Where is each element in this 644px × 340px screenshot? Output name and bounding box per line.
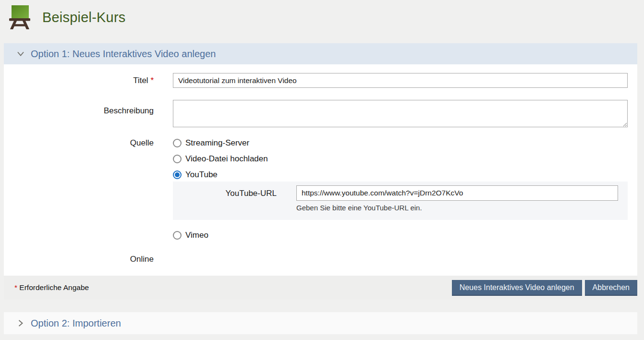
beschreibung-label: Beschreibung bbox=[4, 100, 173, 115]
titel-row: Titel * bbox=[4, 73, 628, 88]
radio-option-label: YouTube bbox=[185, 170, 218, 180]
submit-button[interactable]: Neues Interaktives Video anlegen bbox=[452, 280, 582, 296]
online-row: Online bbox=[4, 255, 628, 264]
titel-input[interactable] bbox=[173, 73, 628, 88]
youtube-url-hint: Geben Sie bitte eine YouTube-URL ein. bbox=[296, 204, 628, 212]
required-note-text: Erforderliche Angabe bbox=[19, 283, 89, 291]
chevron-down-icon bbox=[16, 49, 25, 59]
radio-option-label: Streaming-Server bbox=[185, 138, 249, 148]
required-asterisk: * bbox=[14, 283, 17, 291]
titel-label: Titel * bbox=[4, 76, 173, 85]
section-option1-label: Option 1: Neues Interaktives Video anleg… bbox=[31, 49, 216, 60]
radio-option-label: Video-Datei hochladen bbox=[185, 154, 268, 164]
beschreibung-row: Beschreibung bbox=[4, 100, 628, 127]
radio-icon[interactable] bbox=[173, 170, 182, 179]
radio-option-label: Vimeo bbox=[185, 231, 208, 240]
radio-option-video-datei-hochladen[interactable]: Video-Datei hochladen bbox=[173, 154, 628, 163]
cancel-button[interactable]: Abbrechen bbox=[585, 280, 637, 296]
quelle-label: Quelle bbox=[4, 138, 173, 147]
course-header: Beispiel-Kurs bbox=[0, 0, 644, 35]
youtube-url-panel: YouTube-URL Geben Sie bitte eine YouTube… bbox=[173, 182, 628, 220]
page-title: Beispiel-Kurs bbox=[42, 10, 125, 25]
youtube-url-label: YouTube-URL bbox=[173, 185, 296, 198]
youtube-url-input[interactable] bbox=[296, 185, 618, 201]
button-group: Neues Interaktives Video anlegen Abbrech… bbox=[452, 280, 637, 296]
radio-option-youtube[interactable]: YouTube bbox=[173, 170, 628, 179]
radio-icon[interactable] bbox=[173, 231, 182, 240]
required-asterisk: * bbox=[150, 76, 154, 85]
online-label: Online bbox=[4, 255, 173, 264]
section-header-option2[interactable]: Option 2: Importieren bbox=[4, 312, 637, 334]
radio-icon[interactable] bbox=[173, 139, 182, 147]
quelle-row: Quelle Streaming-Server Video-Datei hoch… bbox=[4, 138, 628, 240]
radio-option-streaming-server[interactable]: Streaming-Server bbox=[173, 138, 628, 147]
easel-icon bbox=[8, 5, 31, 29]
radio-option-vimeo[interactable]: Vimeo bbox=[173, 231, 628, 240]
section-header-option1[interactable]: Option 1: Neues Interaktives Video anleg… bbox=[4, 43, 637, 64]
form-panel: Titel * Beschreibung Quelle Streaming-Se… bbox=[4, 64, 637, 276]
beschreibung-textarea[interactable] bbox=[173, 100, 628, 127]
chevron-right-icon bbox=[16, 318, 25, 328]
form-footer: * Erforderliche Angabe Neues Interaktive… bbox=[4, 276, 637, 300]
required-note: * Erforderliche Angabe bbox=[14, 283, 89, 292]
section-option2-label: Option 2: Importieren bbox=[31, 318, 121, 329]
radio-icon[interactable] bbox=[173, 155, 182, 163]
